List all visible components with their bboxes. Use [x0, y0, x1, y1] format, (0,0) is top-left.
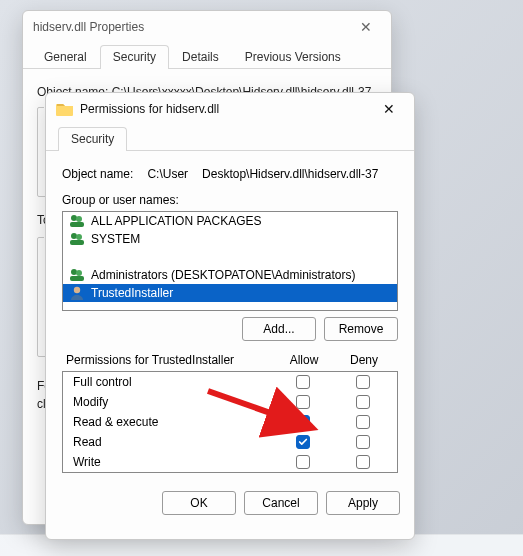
folder-icon — [56, 101, 74, 117]
object-name-path1: C:\User — [147, 167, 188, 181]
tab-details[interactable]: Details — [169, 45, 232, 69]
apply-button[interactable]: Apply — [326, 491, 400, 515]
object-name-path2: Desktop\Hidserv.dll\hidserv.dll-37 — [202, 167, 378, 181]
svg-point-15 — [74, 287, 80, 293]
principal-row[interactable]: Administrators (DESKTOPATONE\Administrat… — [63, 266, 397, 284]
permission-name: Modify — [67, 395, 273, 409]
group-icon — [69, 213, 85, 229]
svg-rect-11 — [70, 240, 84, 245]
object-name-label: Object name: — [62, 167, 133, 181]
principal-row[interactable]: TrustedInstaller — [63, 284, 397, 302]
svg-point-12 — [71, 269, 77, 275]
permissions-table: Full controlModifyRead & executeReadWrit… — [62, 371, 398, 473]
permissions-window: Permissions for hidserv.dll ✕ Security O… — [45, 92, 415, 540]
permission-row: Write — [63, 452, 397, 472]
dialog-buttons: OK Cancel Apply — [46, 481, 414, 527]
tab-general[interactable]: General — [31, 45, 100, 69]
tab-security-child[interactable]: Security — [58, 127, 127, 151]
deny-checkbox[interactable] — [356, 375, 370, 389]
permissions-tabs: Security — [46, 125, 414, 151]
permission-name: Read & execute — [67, 415, 273, 429]
properties-title: hidserv.dll Properties — [33, 20, 351, 34]
tab-security[interactable]: Security — [100, 45, 169, 69]
column-deny: Deny — [334, 353, 394, 367]
svg-point-6 — [71, 215, 77, 221]
group-icon — [69, 267, 85, 283]
group-icon — [69, 231, 85, 247]
principal-row[interactable] — [63, 248, 397, 266]
remove-button[interactable]: Remove — [324, 317, 398, 341]
permission-row: Modify — [63, 392, 397, 412]
permissions-header: Permissions for TrustedInstaller Allow D… — [62, 351, 398, 371]
principal-label: Administrators (DESKTOPATONE\Administrat… — [91, 268, 356, 282]
permission-row: Full control — [63, 372, 397, 392]
user-icon — [69, 285, 85, 301]
principal-buttons: Add... Remove — [62, 317, 398, 341]
permissions-for-label: Permissions for TrustedInstaller — [66, 353, 274, 367]
svg-rect-14 — [70, 276, 84, 281]
permissions-title: Permissions for hidserv.dll — [80, 102, 374, 116]
properties-close-button[interactable]: ✕ — [351, 15, 381, 39]
permissions-body: Object name: C:\User Desktop\Hidserv.dll… — [46, 151, 414, 481]
svg-rect-8 — [70, 222, 84, 227]
principal-label: TrustedInstaller — [91, 286, 173, 300]
object-name-row: Object name: C:\User Desktop\Hidserv.dll… — [62, 167, 398, 181]
group-user-label: Group or user names: — [62, 193, 398, 207]
close-icon: ✕ — [360, 19, 372, 35]
allow-checkbox[interactable] — [296, 435, 310, 449]
principals-listbox[interactable]: ALL APPLICATION PACKAGESSYSTEMAdministra… — [62, 211, 398, 311]
permission-row: Read & execute — [63, 412, 397, 432]
permission-row: Read — [63, 432, 397, 452]
allow-checkbox[interactable] — [296, 375, 310, 389]
principal-label: ALL APPLICATION PACKAGES — [91, 214, 262, 228]
allow-checkbox[interactable] — [296, 395, 310, 409]
principal-label: SYSTEM — [91, 232, 140, 246]
deny-checkbox[interactable] — [356, 435, 370, 449]
svg-point-10 — [76, 234, 82, 240]
permission-name: Full control — [67, 375, 273, 389]
principal-row[interactable]: SYSTEM — [63, 230, 397, 248]
permission-name: Read — [67, 435, 273, 449]
svg-point-9 — [71, 233, 77, 239]
tab-previous-versions[interactable]: Previous Versions — [232, 45, 354, 69]
column-allow: Allow — [274, 353, 334, 367]
deny-checkbox[interactable] — [356, 455, 370, 469]
permissions-titlebar[interactable]: Permissions for hidserv.dll ✕ — [46, 93, 414, 125]
permissions-close-button[interactable]: ✕ — [374, 97, 404, 121]
svg-point-7 — [76, 216, 82, 222]
allow-checkbox[interactable] — [296, 415, 310, 429]
blank-icon — [69, 249, 85, 265]
close-icon: ✕ — [383, 101, 395, 117]
properties-tabs: General Security Details Previous Versio… — [23, 43, 391, 69]
cancel-button[interactable]: Cancel — [244, 491, 318, 515]
properties-titlebar[interactable]: hidserv.dll Properties ✕ — [23, 11, 391, 43]
ok-button[interactable]: OK — [162, 491, 236, 515]
deny-checkbox[interactable] — [356, 395, 370, 409]
principal-row[interactable]: ALL APPLICATION PACKAGES — [63, 212, 397, 230]
permission-name: Write — [67, 455, 273, 469]
allow-checkbox[interactable] — [296, 455, 310, 469]
deny-checkbox[interactable] — [356, 415, 370, 429]
svg-point-13 — [76, 270, 82, 276]
add-button[interactable]: Add... — [242, 317, 316, 341]
